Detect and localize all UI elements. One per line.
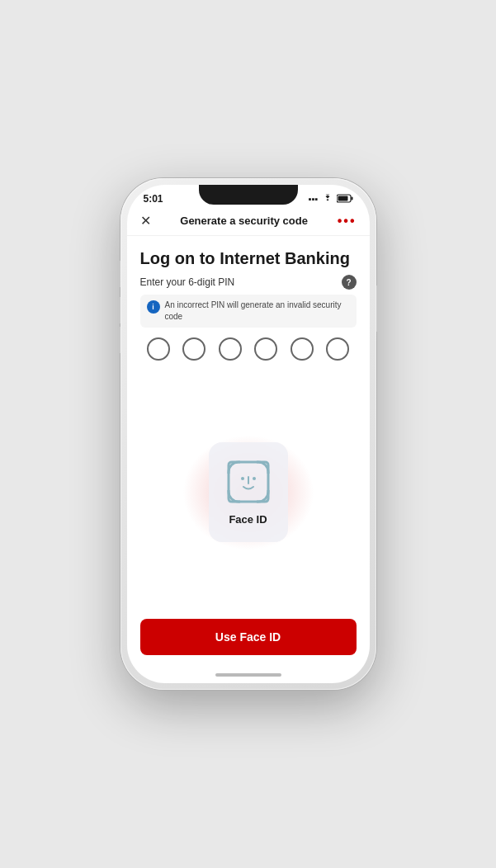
svg-rect-2: [338, 196, 347, 200]
face-id-card[interactable]: Face ID: [209, 442, 288, 542]
help-icon[interactable]: ?: [342, 275, 357, 290]
info-text: An incorrect PIN will generate an invali…: [165, 300, 350, 323]
notch: [199, 185, 298, 205]
nav-bar: ✕ Generate a security code •••: [127, 208, 370, 236]
pin-dot-4[interactable]: [254, 337, 277, 361]
face-id-icon: [225, 459, 272, 505]
info-box: i An incorrect PIN will generate an inva…: [140, 295, 357, 328]
status-time: 5:01: [144, 193, 163, 205]
status-icons: ▪▪▪: [309, 194, 353, 205]
phone-screen: 5:01 ▪▪▪: [127, 185, 370, 683]
more-button[interactable]: •••: [338, 214, 357, 229]
pin-dot-6[interactable]: [326, 337, 349, 361]
pin-dot-5[interactable]: [291, 337, 314, 361]
svg-point-4: [241, 477, 244, 480]
face-id-area: Face ID: [140, 374, 357, 611]
screen-content: Log on to Internet Banking Enter your 6-…: [127, 236, 370, 611]
pin-dot-3[interactable]: [219, 337, 242, 361]
pin-dots: [140, 337, 357, 361]
use-face-id-button[interactable]: Use Face ID: [140, 619, 357, 655]
signal-icon: ▪▪▪: [309, 194, 319, 204]
battery-icon: [337, 194, 353, 205]
pin-label-row: Enter your 6-digit PIN ?: [140, 275, 357, 290]
bottom-section: Use Face ID: [127, 611, 370, 668]
page-title: Log on to Internet Banking: [140, 249, 357, 268]
home-indicator: [215, 673, 281, 677]
nav-title: Generate a security code: [180, 215, 308, 227]
face-id-label: Face ID: [229, 513, 267, 526]
close-button[interactable]: ✕: [140, 213, 151, 229]
wifi-icon: [322, 194, 333, 204]
pin-label: Enter your 6-digit PIN: [140, 276, 235, 288]
svg-point-5: [253, 477, 256, 480]
info-icon: i: [147, 300, 160, 314]
pin-dot-2[interactable]: [182, 337, 205, 361]
phone-frame: 5:01 ▪▪▪: [120, 178, 376, 690]
svg-rect-1: [351, 196, 352, 200]
pin-dot-1[interactable]: [147, 337, 170, 361]
